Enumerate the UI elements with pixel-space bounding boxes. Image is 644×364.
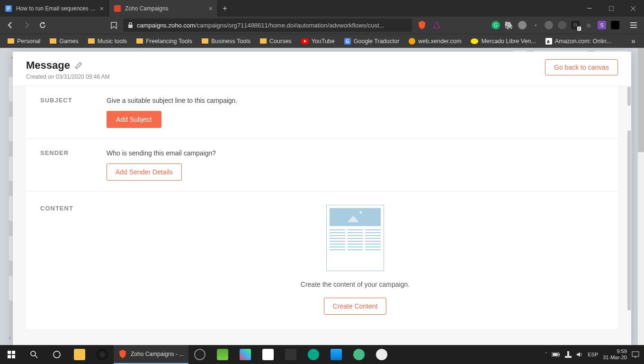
browser-titlebar: How to run Email sequences - Doc × Zoho … [0,0,644,17]
taskbar-app[interactable] [68,345,91,364]
bookmark-link[interactable]: Mercado Libre Ven... [467,36,539,47]
bookmark-folder[interactable]: Games [46,36,82,47]
amazon-icon: a [546,38,552,45]
taskbar-app[interactable] [211,345,234,364]
bookmark-icon[interactable] [107,18,120,32]
svg-rect-2 [7,8,10,9]
ext-icon[interactable]: 🐘 [505,21,513,29]
google-icon: G [344,38,351,45]
bookmark-folder[interactable]: Personal [4,36,44,47]
browser-tab-active[interactable]: Zoho Campaigns × [109,0,218,17]
reload-button[interactable] [36,18,49,32]
create-content-button[interactable]: Create Content [324,298,387,315]
search-button[interactable] [23,345,45,364]
ext-icon[interactable] [518,21,527,29]
ext-icon[interactable]: ⊞ [584,21,593,29]
content-desc: Create the content of your campaign. [301,281,410,288]
close-icon[interactable]: × [100,5,104,12]
go-back-button[interactable]: Go back to canvas [545,59,618,75]
bookmark-folder[interactable]: Freelancing Tools [133,36,196,47]
taskbar-app[interactable] [348,345,370,364]
browser-tab[interactable]: How to run Email sequences - Doc × [0,0,109,17]
close-window-button[interactable] [622,0,644,17]
bookmarks-overflow[interactable]: » [626,37,640,46]
add-subject-button[interactable]: Add Subject [107,111,161,128]
taskbar-app[interactable] [325,345,348,364]
scrollbar-thumb[interactable] [627,130,631,310]
maximize-button[interactable] [600,0,622,17]
clock[interactable]: 9:59 31-Mar-20 [603,348,627,361]
taskbar-app-active[interactable]: Zoho Campaigns - ... [114,345,188,364]
modal-header: Message Created on 03/31/2020 09:46 AM G… [13,52,631,86]
svg-text:G: G [346,39,349,44]
svg-rect-1 [7,7,10,8]
bookmark-link[interactable]: web.xender.com [405,36,465,47]
menu-button[interactable] [627,18,640,32]
ext-icon[interactable]: ✦ [531,21,540,29]
created-timestamp: Created on 03/31/2020 09:46 AM [26,73,110,80]
scrollbar-thumb[interactable] [638,48,644,152]
modal-scrollbar[interactable] [627,86,631,345]
start-button[interactable] [0,345,23,364]
folder-icon [202,38,208,44]
tray-chevron-icon[interactable]: ˆ [546,352,547,357]
taskbar-app[interactable] [302,345,325,364]
language-indicator[interactable]: ESP [588,352,598,357]
network-icon[interactable] [565,351,572,358]
message-modal: Message Created on 03/31/2020 09:46 AM G… [13,52,631,345]
volume-icon[interactable] [576,351,583,358]
folder-icon [136,38,143,44]
url-field[interactable]: campaigns.zoho.com/campaigns/org71148861… [123,18,412,32]
modal-body[interactable]: SUBJECT Give a suitable subject line to … [13,86,631,345]
bookmark-folder[interactable]: Music tools [84,36,131,47]
svg-text:a: a [547,39,550,44]
battery-icon[interactable] [552,352,560,357]
ext-icon[interactable]: G [492,21,500,29]
taskbar-app[interactable] [257,345,279,364]
bookmark-link[interactable]: YouTube [297,36,339,47]
page-scrollbar[interactable] [638,48,644,345]
svg-rect-31 [567,351,569,356]
svg-rect-30 [565,356,572,358]
ext-icon[interactable]: S [598,21,606,29]
new-tab-button[interactable]: + [218,0,232,17]
bookmark-folder[interactable]: Courses [256,36,295,47]
minimize-button[interactable] [579,0,600,17]
svg-rect-9 [128,25,133,28]
sender-section: SENDER Who is sending this email campaig… [26,139,618,191]
brave-rewards-icon[interactable] [433,21,440,29]
back-button[interactable] [4,18,17,32]
content-label: CONTENT [40,205,107,212]
ext-icon[interactable] [611,21,619,29]
add-sender-button[interactable]: Add Sender Details [107,164,182,181]
taskbar-app[interactable] [91,345,114,364]
scrollbar-thumb[interactable] [627,87,631,106]
taskbar-app[interactable] [234,345,257,364]
close-icon[interactable]: × [209,5,213,12]
chevron-right-icon: › [9,334,11,341]
ext-icon[interactable] [558,21,566,29]
bookmark-folder[interactable]: Business Tools [198,36,254,47]
folder-icon [8,38,14,44]
ext-icon[interactable]: □2 [571,21,580,29]
notifications-icon[interactable] [632,351,639,358]
brave-icon [118,349,127,359]
forward-button[interactable] [20,18,33,32]
bookmark-link[interactable]: GGoogle Traductor [340,36,403,47]
url-text: campaigns.zoho.com/campaigns/org71148861… [137,22,384,29]
folder-icon [88,38,95,44]
tab-title: How to run Email sequences - Doc [16,5,96,12]
taskbar-app[interactable] [279,345,302,364]
taskbar-app[interactable] [370,345,393,364]
svg-rect-5 [587,8,592,9]
system-tray: ˆ ESP 9:59 31-Mar-20 [541,348,644,361]
bookmark-link[interactable]: aAmazon.com: Onlin... [542,36,616,47]
cortana-button[interactable] [45,345,68,364]
ext-icon[interactable] [545,21,553,29]
taskbar-app[interactable] [188,345,211,364]
svg-point-24 [31,351,36,356]
lock-icon [128,22,133,28]
edit-icon[interactable] [75,62,82,69]
brave-shield-icon[interactable] [418,20,426,30]
page-viewport: ← Simple followup series ⟳ Close Canvas … [0,48,638,345]
